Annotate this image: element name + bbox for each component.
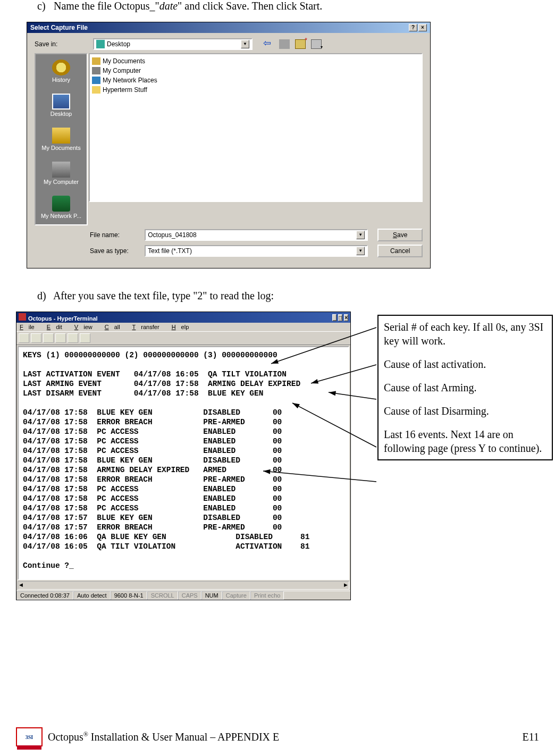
instruction-d-index: d)	[37, 290, 51, 302]
network-places-icon	[52, 196, 70, 212]
tool-properties-icon[interactable]	[80, 333, 90, 343]
chevron-down-icon[interactable]: ▼	[356, 231, 365, 239]
instruction-c-text1: Name the file Octopus_"	[54, 0, 159, 12]
chevron-down-icon[interactable]: ▼	[241, 40, 249, 48]
network-item-icon	[92, 77, 100, 84]
file-name-input[interactable]: Octopus_041808 ▼	[145, 229, 368, 241]
save-button[interactable]: Save	[377, 229, 423, 241]
status-capture: Capture	[222, 591, 250, 600]
menu-help[interactable]: Help	[172, 324, 195, 330]
computer-icon	[52, 162, 70, 178]
status-scroll: SCROLL	[147, 591, 178, 600]
menu-bar: File Edit View Call Transfer Help	[16, 323, 350, 331]
annot-activation: Cause of last activation.	[384, 357, 546, 371]
menu-file[interactable]: File	[20, 324, 40, 330]
dialog-title: Select Capture File	[30, 24, 88, 31]
file-name-value: Octopus_041808	[148, 231, 356, 239]
annot-disarming: Cause of last Disarming.	[384, 404, 546, 418]
annot-events: Last 16 events. Next 14 are on following…	[384, 427, 546, 455]
places-my-computer[interactable]: My Computer	[36, 156, 87, 190]
toolbar	[16, 331, 350, 345]
tool-connect-icon[interactable]	[43, 333, 54, 343]
instruction-c: c) Name the file Octopus_"date" and clic…	[37, 0, 539, 12]
footer-product: Octopus	[48, 731, 83, 743]
tool-open-icon[interactable]	[31, 333, 41, 343]
select-capture-file-dialog: Select Capture File ? × Save in: Desktop…	[27, 22, 431, 268]
places-bar: History Desktop My Documents My Computer…	[35, 53, 88, 225]
help-button[interactable]: ?	[409, 24, 417, 31]
page-footer: 3SI Octopus® Installation & User Manual …	[16, 727, 539, 746]
status-baud: 9600 8-N-1	[111, 591, 147, 600]
registered-mark: ®	[83, 730, 88, 738]
places-my-documents[interactable]: My Documents	[36, 122, 87, 156]
minimize-button[interactable]: _	[332, 314, 337, 321]
annot-arming: Cause of last Arming.	[384, 381, 546, 394]
instruction-c-index: c)	[37, 0, 51, 12]
annotation-box: Serial # of each key. If all 0s, any 3SI…	[377, 315, 553, 460]
file-name-label: File name:	[90, 231, 145, 239]
dialog-titlebar: Select Capture File ? ×	[27, 22, 430, 33]
list-item[interactable]: My Computer	[92, 66, 419, 75]
instruction-d: d) After you save the text file, type "2…	[37, 290, 539, 302]
view-menu-icon[interactable]	[311, 39, 322, 49]
footer-title: Installation & User Manual – APPENDIX E	[88, 731, 279, 743]
page-number: E11	[523, 731, 539, 743]
hyperterminal-window: Octopus - HyperTerminal _ □ × File Edit …	[16, 312, 351, 600]
menu-edit[interactable]: Edit	[47, 324, 68, 330]
places-history[interactable]: History	[36, 54, 87, 88]
tool-disconnect-icon[interactable]	[55, 333, 66, 343]
status-num: NUM	[201, 591, 222, 600]
terminal-output[interactable]: KEYS (1) 000000000000 (2) 000000000000 (…	[18, 346, 349, 580]
horizontal-scrollbar[interactable]	[18, 581, 349, 590]
close-button[interactable]: ×	[344, 314, 348, 321]
hyper-title: Octopus - HyperTerminal	[28, 315, 98, 322]
menu-call[interactable]: Call	[105, 324, 125, 330]
folder-icon	[92, 86, 100, 94]
tool-new-icon[interactable]	[19, 333, 29, 343]
app-icon	[19, 313, 26, 321]
status-detect: Auto detect	[73, 591, 111, 600]
status-bar: Connected 0:08:37 Auto detect 9600 8-N-1…	[16, 591, 350, 600]
instruction-c-text2: " and click Save. Then click Start.	[178, 0, 322, 12]
save-as-type-combo[interactable]: Text file (*.TXT) ▼	[145, 245, 368, 257]
hyper-titlebar: Octopus - HyperTerminal _ □ ×	[16, 312, 350, 323]
save-in-value: Desktop	[107, 40, 241, 48]
tool-send-icon[interactable]	[68, 333, 78, 343]
cancel-button[interactable]: Cancel	[377, 245, 423, 257]
annot-serial: Serial # of each key. If all 0s, any 3SI…	[384, 320, 546, 348]
documents-icon	[52, 128, 70, 144]
folder-icon	[92, 57, 100, 65]
places-desktop[interactable]: Desktop	[36, 88, 87, 122]
chevron-down-icon[interactable]: ▼	[356, 247, 365, 255]
save-as-type-label: Save as type:	[90, 247, 145, 255]
maximize-button[interactable]: □	[338, 314, 342, 321]
save-in-combo[interactable]: Desktop ▼	[93, 38, 253, 50]
save-as-type-value: Text file (*.TXT)	[148, 247, 356, 255]
list-item[interactable]: My Documents	[92, 56, 419, 66]
up-one-level-icon[interactable]	[279, 39, 290, 49]
status-echo: Print echo	[250, 591, 284, 600]
instruction-d-text: After you save the text file, type "2" t…	[53, 290, 274, 301]
save-in-label: Save in:	[35, 40, 93, 48]
new-folder-icon[interactable]	[295, 39, 306, 49]
computer-item-icon	[92, 67, 100, 74]
menu-transfer[interactable]: Transfer	[132, 324, 165, 330]
status-caps: CAPS	[178, 591, 201, 600]
close-button[interactable]: ×	[418, 24, 427, 31]
desktop-place-icon	[52, 94, 70, 110]
back-icon[interactable]: ⇦	[263, 39, 274, 49]
places-my-network[interactable]: My Network P...	[36, 190, 87, 224]
3si-logo: 3SI	[16, 727, 43, 746]
history-icon	[52, 60, 70, 75]
instruction-c-date: date	[159, 0, 178, 12]
menu-view[interactable]: View	[74, 324, 98, 330]
desktop-icon	[96, 40, 105, 48]
list-item[interactable]: Hyperterm Stuff	[92, 85, 419, 95]
status-connected: Connected 0:08:37	[16, 591, 73, 600]
file-list[interactable]: My Documents My Computer My Network Plac…	[89, 53, 423, 202]
list-item[interactable]: My Network Places	[92, 75, 419, 85]
